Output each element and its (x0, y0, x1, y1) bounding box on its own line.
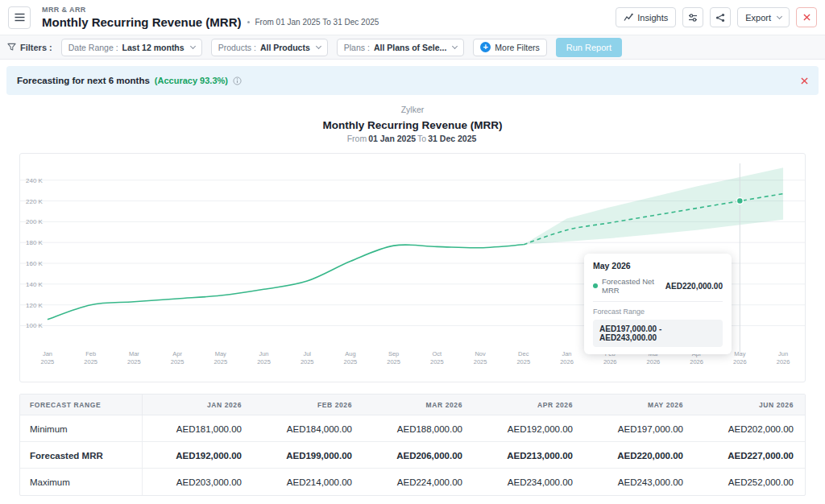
table-cell: AED243,000.00 (584, 477, 694, 487)
chevron-down-icon (190, 43, 196, 48)
table-header-row: FORECAST RANGEJAN 2026FEB 2026MAR 2026AP… (20, 395, 805, 415)
close-icon (801, 77, 808, 85)
chevron-down-icon (777, 13, 782, 19)
table-cell: AED234,000.00 (474, 477, 584, 487)
svg-text:2025: 2025 (257, 358, 271, 366)
products-filter[interactable]: Products : All Products (211, 39, 328, 56)
to-date: 31 Dec 2025 (428, 134, 476, 143)
banner-text: Forecasting for next 6 months (17, 76, 150, 85)
table-cell: AED192,000.00 (143, 451, 253, 461)
table-header-cell: JAN 2026 (143, 401, 253, 409)
table-cell: AED252,000.00 (694, 477, 805, 487)
table-header-cell: FORECAST RANGE (20, 395, 143, 415)
from-date: 01 Jan 2025 (368, 134, 416, 143)
svg-text:2025: 2025 (84, 358, 97, 366)
table-cell: AED184,000.00 (253, 424, 363, 434)
svg-text:Jun: Jun (778, 350, 788, 357)
insights-button[interactable]: Insights (616, 7, 676, 27)
menu-button[interactable] (8, 6, 31, 29)
filter-icon (7, 43, 16, 52)
share-icon (715, 13, 725, 23)
svg-text:160 K: 160 K (26, 260, 44, 267)
table-row: MinimumAED181,000.00AED184,000.00AED188,… (20, 415, 805, 442)
insights-icon (624, 13, 633, 23)
table-cell: AED203,000.00 (143, 477, 253, 487)
svg-text:240 K: 240 K (26, 177, 44, 184)
page-title: Monthly Recurring Revenue (MRR) (42, 15, 242, 29)
forecast-table: FORECAST RANGEJAN 2026FEB 2026MAR 2026AP… (19, 394, 806, 496)
run-report-button[interactable]: Run Report (556, 38, 622, 57)
svg-text:Nov: Nov (475, 350, 486, 357)
svg-text:Mar: Mar (129, 350, 139, 357)
svg-text:May: May (215, 350, 226, 357)
title-block: MRR & ARR Monthly Recurring Revenue (MRR… (42, 6, 379, 29)
svg-text:2025: 2025 (171, 358, 184, 366)
svg-text:Dec: Dec (518, 350, 529, 357)
menu-icon (15, 13, 25, 22)
date-range-filter[interactable]: Date Range : Last 12 months (61, 39, 202, 56)
svg-text:2025: 2025 (127, 358, 141, 366)
svg-text:2025: 2025 (301, 358, 314, 366)
customize-icon (688, 13, 698, 23)
table-cell: AED224,000.00 (363, 477, 474, 487)
chevron-down-icon (452, 43, 458, 48)
table-cell: AED188,000.00 (363, 424, 474, 434)
svg-text:2025: 2025 (214, 358, 227, 366)
table-header-cell: APR 2026 (474, 401, 584, 409)
close-icon (803, 14, 810, 21)
chart-period: From01 Jan 2025To31 Dec 2025 (0, 134, 825, 143)
info-icon[interactable] (233, 76, 242, 85)
to-label: To (417, 134, 426, 143)
svg-text:Oct: Oct (433, 350, 443, 357)
accuracy-badge: (Accuracy 93.3%) (155, 76, 228, 85)
table-body: MinimumAED181,000.00AED184,000.00AED188,… (20, 415, 805, 495)
table-row-label: Minimum (20, 415, 143, 442)
chevron-down-icon (316, 43, 321, 48)
filters-label-text: Filters : (20, 43, 52, 52)
table-header-cell: FEB 2026 (253, 401, 363, 409)
svg-text:2025: 2025 (41, 358, 55, 366)
svg-text:2025: 2025 (474, 358, 487, 366)
banner-close-button[interactable] (801, 77, 808, 85)
table-cell: AED213,000.00 (474, 451, 584, 461)
table-cell: AED214,000.00 (253, 477, 363, 487)
chart-tooltip: May 2026 Forecasted Net MRR AED220,000.0… (584, 254, 732, 354)
svg-text:Apr: Apr (172, 350, 182, 357)
tooltip-range-label: Forecast Range (593, 308, 723, 316)
export-button[interactable]: Export (737, 7, 790, 27)
table-row-label: Maximum (20, 469, 143, 495)
table-cell: AED202,000.00 (694, 424, 805, 434)
svg-text:200 K: 200 K (26, 218, 44, 225)
from-label: From (347, 134, 367, 143)
svg-text:2026: 2026 (777, 358, 790, 366)
tooltip-series-value: AED220,000.00 (665, 282, 723, 291)
svg-text:2026: 2026 (603, 358, 617, 366)
more-filters-button[interactable]: + More Filters (473, 39, 546, 56)
company-name: Zylker (0, 105, 825, 114)
filters-label: Filters : (7, 43, 52, 52)
tooltip-series-label: Forecasted Net MRR (602, 277, 661, 295)
customize-button[interactable] (682, 7, 703, 27)
table-cell: AED181,000.00 (143, 424, 253, 434)
svg-text:2025: 2025 (387, 358, 400, 366)
breadcrumb: MRR & ARR (42, 6, 379, 14)
products-value: All Products (260, 43, 310, 52)
svg-text:Jan: Jan (43, 350, 52, 357)
svg-text:2025: 2025 (516, 358, 530, 366)
svg-text:140 K: 140 K (26, 281, 44, 288)
share-button[interactable] (710, 7, 731, 27)
plans-filter[interactable]: Plans : All Plans of Sele... (337, 39, 465, 56)
svg-text:2026: 2026 (647, 358, 661, 366)
svg-text:Jul: Jul (303, 350, 311, 357)
plus-icon: + (480, 42, 491, 52)
insights-label: Insights (637, 13, 668, 23)
tooltip-range-value: AED197,000.00 - AED243,000.00 (593, 320, 723, 347)
report-body: Forecasting for next 6 months (Accuracy … (0, 66, 825, 496)
table-cell: AED199,000.00 (253, 451, 363, 461)
svg-text:2026: 2026 (690, 358, 703, 366)
export-label: Export (745, 13, 771, 23)
close-report-button[interactable] (796, 7, 817, 27)
tooltip-title: May 2026 (593, 261, 723, 271)
mrr-chart[interactable]: 100 K120 K140 K160 K180 K200 K220 K240 K… (19, 153, 806, 382)
more-filters-label: More Filters (495, 43, 539, 52)
